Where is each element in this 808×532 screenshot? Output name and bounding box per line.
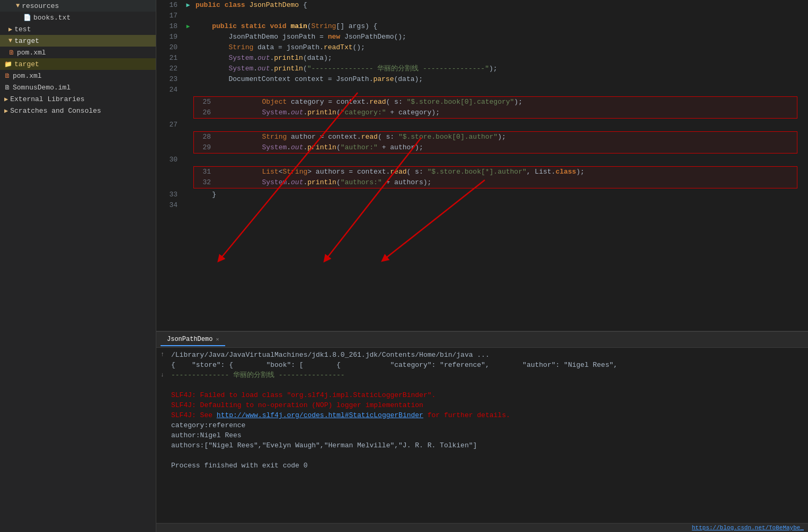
sidebar-item-resources[interactable]: ▼ resources: [0, 0, 156, 12]
main-panel: 16 ▶ public class JsonPathDemo { 17 18 ▶…: [156, 0, 808, 532]
scroll-down-icon[interactable]: ↓: [161, 370, 171, 380]
console-line-error1: SLF4J: Failed to load class "org.slf4j.i…: [161, 390, 804, 400]
folder-open-icon: ▼: [8, 37, 12, 44]
sidebar-item-label: target: [14, 37, 39, 45]
tab-close-button[interactable]: ✕: [216, 336, 219, 342]
code-line-26: 26 System.out.println("category:" + cate…: [195, 107, 796, 118]
line-gutter-18: ▶: [183, 21, 193, 32]
console-text-category: category:reference: [171, 420, 804, 430]
line-num-22: 22: [156, 64, 183, 74]
line-num-25: 25: [195, 97, 216, 107]
console-text-s1: [171, 380, 804, 390]
line-num-24: 24: [156, 85, 183, 95]
code-line-24: 24: [156, 85, 808, 95]
line-content-19: JsonPathDemo jsonPath = new JsonPathDemo…: [193, 32, 808, 42]
sidebar-item-pom-xml-inner[interactable]: 🗎 pom.xml: [0, 47, 156, 58]
sidebar-item-target[interactable]: ▼ target: [0, 35, 156, 47]
line-gutter-16: ▶: [183, 0, 193, 11]
console-line-error2: SLF4J: Defaulting to no-operation (NOP) …: [161, 400, 804, 410]
line-num-29: 29: [195, 142, 216, 153]
sidebar-item-pom-xml[interactable]: 🗎 pom.xml: [0, 70, 156, 82]
console-line-path: ↑ /Library/Java/JavaVirtualMachines/jdk1…: [161, 350, 804, 360]
code-content: 16 ▶ public class JsonPathDemo { 17 18 ▶…: [156, 0, 808, 211]
console-line-divider: ↓ -------------- 华丽的分割线 ----------------: [161, 370, 804, 380]
highlight-box-2: 28 String author = context.read( s: "$.s…: [193, 131, 797, 154]
code-line-18: 18 ▶ public static void main(String[] ar…: [156, 21, 808, 32]
console-tab-bar: JsonPathDemo ✕: [156, 332, 808, 348]
line-num-27: 27: [156, 120, 183, 130]
line-content-28: String author = context.read( s: "$.stor…: [227, 132, 796, 142]
code-line-33: 33 }: [156, 190, 808, 200]
sidebar-item-label: resources: [22, 2, 59, 10]
code-editor[interactable]: 16 ▶ public class JsonPathDemo { 17 18 ▶…: [156, 0, 808, 331]
code-line-23: 23 DocumentContext context = JsonPath.pa…: [156, 74, 808, 85]
code-line-17: 17: [156, 11, 808, 21]
sidebar-item-scratches[interactable]: ▶ Scratches and Consoles: [0, 105, 156, 116]
code-line-28: 28 String author = context.read( s: "$.s…: [195, 132, 796, 142]
highlight-box-1: 25 Object category = context.read( s: "$…: [193, 96, 797, 119]
console-footer: https://blog.csdn.net/ToBeMaybe_: [156, 523, 808, 532]
line-num-34: 34: [156, 200, 183, 211]
code-line-32: 32 System.out.println("authors:" + autho…: [195, 177, 796, 188]
line-content-33: }: [193, 190, 808, 200]
line-content-21: System.out.println(data);: [193, 53, 808, 64]
line-num-21: 21: [156, 53, 183, 64]
console-text-s2: [171, 450, 804, 461]
console-line-authors: authors:["Nigel Rees","Evelyn Waugh","He…: [161, 440, 804, 450]
code-line-29: 29 System.out.println("author:" + author…: [195, 142, 796, 153]
console-tab-jsonpathdemo[interactable]: JsonPathDemo ✕: [161, 333, 225, 346]
sidebar-item-somnus-demo[interactable]: 🗎 SomnusDemo.iml: [0, 82, 156, 93]
scroll-up-icon[interactable]: ↑: [161, 350, 171, 360]
file-iml-icon: 🗎: [4, 84, 11, 92]
sidebar-item-label: pom.xml: [13, 72, 42, 80]
highlight-box-3: 31 List<String> authors = context.read( …: [193, 166, 797, 188]
line-num-30: 30: [156, 155, 183, 165]
console-line-finish: Process finished with exit code 0: [161, 461, 804, 471]
console-line-author: author:Nigel Rees: [161, 430, 804, 440]
line-content-23: DocumentContext context = JsonPath.parse…: [193, 74, 808, 85]
code-line-25: 25 Object category = context.read( s: "$…: [195, 97, 796, 107]
console-output[interactable]: ↑ /Library/Java/JavaVirtualMachines/jdk1…: [156, 348, 808, 523]
code-line-30: 30: [156, 155, 808, 165]
line-content-16: public class JsonPathDemo {: [193, 0, 808, 11]
folder-closed-icon: ▶: [8, 25, 12, 33]
line-content-31: List<String> authors = context.read( s: …: [227, 167, 796, 177]
code-line-34: 34: [156, 200, 808, 211]
folder-icon: 📁: [4, 60, 12, 68]
footer-link[interactable]: https://blog.csdn.net/ToBeMaybe_: [692, 525, 804, 531]
line-num-28: 28: [195, 132, 216, 142]
code-line-31: 31 List<String> authors = context.read( …: [195, 167, 796, 177]
line-num-20: 20: [156, 42, 183, 53]
sidebar-item-label: target: [14, 60, 39, 68]
console-link[interactable]: http://www.slf4j.org/codes.html#StaticLo…: [217, 411, 423, 419]
console-text-error2: SLF4J: Defaulting to no-operation (NOP) …: [171, 400, 804, 410]
console-tab-label: JsonPathDemo: [167, 336, 212, 343]
sidebar-item-test[interactable]: ▶ test: [0, 23, 156, 35]
folder-closed-icon: ▶: [4, 107, 8, 115]
line-num-31: 31: [195, 167, 216, 177]
line-content-20: String data = jsonPath.readTxt();: [193, 42, 808, 53]
code-line-20: 20 String data = jsonPath.readTxt();: [156, 42, 808, 53]
sidebar-item-external-libs[interactable]: ▶ External Libraries: [0, 93, 156, 105]
sidebar-item-label: pom.xml: [17, 49, 46, 57]
file-txt-icon: 📄: [23, 14, 31, 22]
sidebar-item-label: External Libraries: [10, 95, 84, 103]
console-line-data: { "store": { "book": [ { "category": "re…: [161, 360, 804, 370]
line-num-23: 23: [156, 74, 183, 85]
console-line-spacer1: [161, 380, 804, 390]
sidebar: ▼ resources 📄 books.txt ▶ test ▼ target …: [0, 0, 156, 532]
code-line-22: 22 System.out.println("--------------- 华…: [156, 64, 808, 74]
console-text-author: author:Nigel Rees: [171, 430, 804, 440]
sidebar-item-books-txt[interactable]: 📄 books.txt: [0, 12, 156, 23]
code-line-16: 16 ▶ public class JsonPathDemo {: [156, 0, 808, 11]
line-num-32: 32: [195, 177, 216, 188]
code-line-21: 21 System.out.println(data);: [156, 53, 808, 64]
line-content-26: System.out.println("category:" + categor…: [227, 107, 796, 118]
console-text-finish: Process finished with exit code 0: [171, 461, 804, 471]
console-text-divider: -------------- 华丽的分割线 ----------------: [171, 370, 804, 380]
sidebar-item-label: books.txt: [33, 14, 70, 22]
line-num-33: 33: [156, 190, 183, 200]
sidebar-item-target-label[interactable]: 📁 target: [0, 58, 156, 70]
sidebar-item-label: test: [14, 25, 31, 33]
folder-closed-icon: ▶: [4, 95, 8, 103]
